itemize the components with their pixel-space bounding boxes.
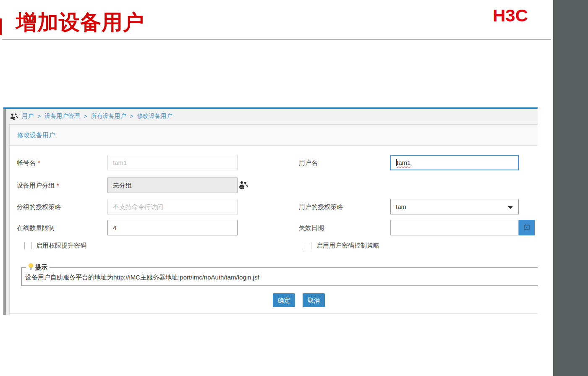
slide: 增加设备用户 H3C 用户 > 设备用户管理 > 所有设备用户 > 修改设备用户… [0,0,588,376]
h3c-logo: H3C [477,6,544,26]
ok-button[interactable]: 确定 [273,293,295,307]
required-mark: * [57,182,59,189]
tip-legend: 提示 [26,263,50,272]
group-auth-policy-label: 分组的授权策略 [17,199,61,214]
username-input[interactable]: tam1 [390,155,519,170]
account-name-input[interactable]: tam1 [107,155,238,170]
breadcrumb-separator: > [37,113,41,120]
caret-down-icon [508,206,513,209]
device-user-group-input[interactable]: 未分组 [107,178,238,193]
breadcrumb-item-device-user-mgmt[interactable]: 设备用户管理 [44,112,80,120]
enable-password-policy-label: 启用用户密码控制策略 [316,242,379,249]
username-label: 用户名 [299,155,318,170]
user-auth-policy-label: 用户的授权策略 [299,199,343,214]
expire-date-input[interactable] [390,220,519,235]
tip-text: 设备用户自助服务平台的地址为http://iMC主服务器地址:port/imc/… [25,274,259,282]
breadcrumb-item-users[interactable]: 用户 [22,112,34,120]
cancel-button[interactable]: 取消 [303,293,325,307]
breadcrumb-item-current: 修改设备用户 [137,112,172,120]
enable-priv-password-checkbox[interactable] [24,242,32,249]
required-mark: * [38,159,40,166]
group-picker-icon[interactable] [238,180,248,191]
slide-right-sidebar [553,0,588,376]
left-scrollbar-thumb[interactable] [3,109,6,315]
page-title: 增加设备用户 [16,8,144,37]
users-group-icon [10,113,18,120]
enable-priv-password-label: 启用权限提升密码 [36,242,86,249]
panel-title: 修改设备用户 [10,125,538,146]
breadcrumb: 用户 > 设备用户管理 > 所有设备用户 > 修改设备用户 [3,109,538,124]
expire-date-label: 失效日期 [299,220,324,235]
account-name-label: 帐号名* [17,155,40,170]
user-auth-policy-dropdown[interactable]: tam [390,199,519,214]
online-limit-input[interactable]: 4 [107,220,238,235]
enable-password-policy-checkbox[interactable] [304,242,311,249]
title-divider [2,39,551,40]
online-limit-label: 在线数量限制 [17,220,55,235]
breadcrumb-item-all-device-users[interactable]: 所有设备用户 [91,112,126,120]
left-edge-red-mark [0,18,2,35]
breadcrumb-separator: > [84,113,87,120]
breadcrumb-separator: > [130,113,133,120]
calendar-icon [524,224,530,232]
device-user-group-label: 设备用户分组* [17,178,59,193]
lightbulb-icon [28,263,34,272]
group-auth-policy-input[interactable]: 不支持命令行访问 [107,199,238,214]
calendar-button[interactable] [519,220,535,235]
